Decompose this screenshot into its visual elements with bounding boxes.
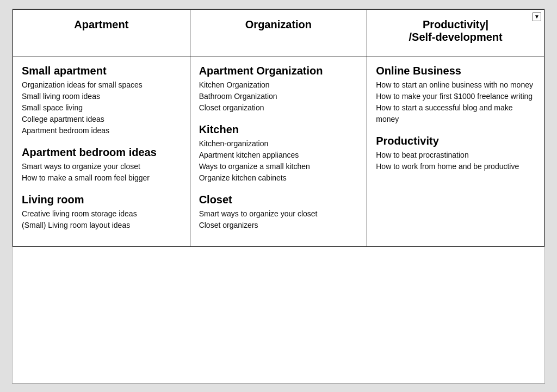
list-item: Smart ways to organize your closet	[199, 208, 358, 220]
list-item: Kitchen Organization	[199, 79, 358, 91]
section-heading: Living room	[22, 194, 181, 206]
section-heading: Closet	[199, 194, 358, 206]
list-item: How to make a small room feel bigger	[22, 172, 181, 184]
section-items: Kitchen-organizationApartment kitchen ap…	[199, 138, 358, 184]
list-item: Closet organization	[199, 102, 358, 114]
list-item: Apartment kitchen appliances	[199, 150, 358, 161]
section-items: Organization ideas for small spacesSmall…	[22, 79, 181, 136]
list-item: Small living room ideas	[22, 91, 181, 102]
list-item: Organization ideas for small spaces	[22, 79, 181, 91]
section-items: Kitchen OrganizationBathroom Organizatio…	[199, 79, 358, 114]
sub-section: Small apartmentOrganization ideas for sm…	[22, 65, 181, 136]
section-heading: Apartment bedroom ideas	[22, 146, 181, 159]
sub-section: Online BusinessHow to start an online bu…	[376, 65, 535, 125]
page-container: ▼ Apartment Organization Productivity|/S…	[12, 9, 545, 384]
list-item: (Small) Living room layout ideas	[22, 220, 181, 231]
cell-productivity: Online BusinessHow to start an online bu…	[367, 57, 544, 246]
list-item: Closet organizers	[199, 220, 358, 231]
list-item: How to beat procrastination	[376, 150, 535, 161]
sub-section: ProductivityHow to beat procrastinationH…	[376, 135, 535, 172]
list-item: Organize kitchen cabinets	[199, 172, 358, 184]
section-heading: Small apartment	[22, 65, 181, 77]
section-items: How to beat procrastinationHow to work f…	[376, 150, 535, 172]
list-item: College apartment ideas	[22, 114, 181, 125]
cell-apartment: Small apartmentOrganization ideas for sm…	[13, 57, 190, 246]
list-item: How to start a successful blog and make …	[376, 102, 535, 125]
section-items: Smart ways to organize your closetHow to…	[22, 161, 181, 184]
list-item: How to start an online business with no …	[376, 79, 535, 91]
section-items: Smart ways to organize your closetCloset…	[199, 208, 358, 231]
cell-organization: Apartment OrganizationKitchen Organizati…	[190, 57, 367, 246]
list-item: Small space living	[22, 102, 181, 114]
section-heading: Kitchen	[199, 123, 358, 136]
list-item: Creative living room storage ideas	[22, 208, 181, 220]
section-heading: Productivity	[376, 135, 535, 147]
list-item: How to work from home and be productive	[376, 161, 535, 172]
list-item: Bathroom Organization	[199, 91, 358, 102]
main-table: Apartment Organization Productivity|/Sel…	[13, 9, 544, 247]
sub-section: Apartment OrganizationKitchen Organizati…	[199, 65, 358, 114]
sub-section: KitchenKitchen-organizationApartment kit…	[199, 123, 358, 184]
header-productivity: Productivity|/Self-development	[367, 9, 544, 57]
header-apartment: Apartment	[13, 9, 190, 57]
sub-section: Living roomCreative living room storage …	[22, 194, 181, 231]
header-organization: Organization	[190, 9, 367, 57]
section-heading: Apartment Organization	[199, 65, 358, 77]
sub-section: ClosetSmart ways to organize your closet…	[199, 194, 358, 231]
list-item: Smart ways to organize your closet	[22, 161, 181, 172]
list-item: Kitchen-organization	[199, 138, 358, 150]
list-item: Ways to organize a small kitchen	[199, 161, 358, 172]
sub-section: Apartment bedroom ideasSmart ways to org…	[22, 146, 181, 184]
section-heading: Online Business	[376, 65, 535, 77]
list-item: How to make your first $1000 freelance w…	[376, 91, 535, 102]
section-items: How to start an online business with no …	[376, 79, 535, 125]
section-items: Creative living room storage ideas(Small…	[22, 208, 181, 231]
dropdown-icon[interactable]: ▼	[533, 13, 541, 21]
list-item: Apartment bedroom ideas	[22, 125, 181, 136]
